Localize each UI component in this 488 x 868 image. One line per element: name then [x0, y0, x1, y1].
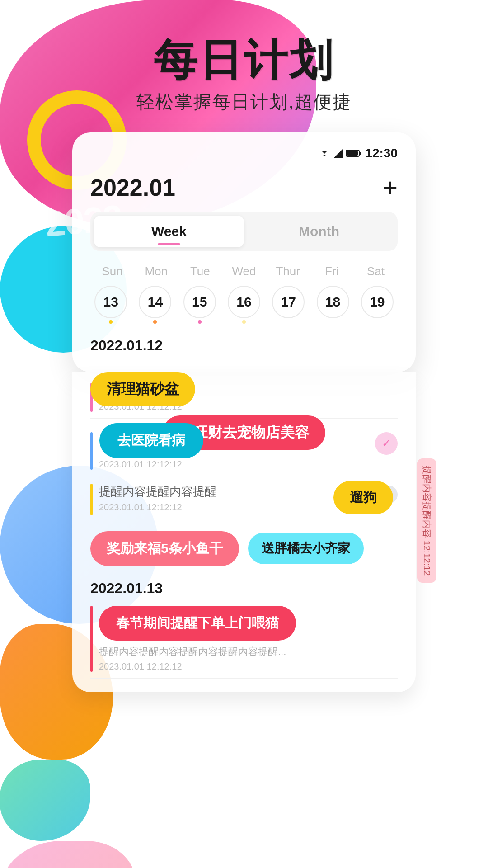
task-list-container: 容提醒内 2023.01.01 12:12:12 清理猫砂盆 带旺财去宠物店美容	[72, 372, 416, 692]
add-task-button[interactable]: +	[383, 175, 398, 200]
header-section: 每日计划 轻松掌握每日计划,超便捷	[0, 27, 488, 128]
day-header-tue: Tue	[178, 264, 222, 278]
day-cell-16[interactable]: 16	[224, 286, 264, 324]
main-content: 每日计划 轻松掌握每日计划,超便捷 2022	[0, 0, 488, 692]
status-bar: 12:30	[90, 146, 398, 165]
tag-liugou[interactable]: 遛狗	[333, 481, 393, 514]
day-cell-17[interactable]: 17	[268, 286, 309, 324]
day-header-sun: Sun	[90, 264, 134, 278]
tag-jiaoyu[interactable]: 奖励来福5条小鱼干	[90, 531, 239, 566]
day-header-sat: Sat	[354, 264, 398, 278]
task-indicator-blue	[90, 432, 93, 470]
day-cell-15[interactable]: 15	[179, 286, 220, 324]
day-header-mon: Mon	[134, 264, 178, 278]
battery-icon	[346, 149, 361, 157]
tag-hospital[interactable]: 去医院看病	[99, 423, 203, 458]
task-3-time: 2023.01.01 12:12:12	[99, 502, 373, 513]
main-card: 12:30 2022.01 + Week Month Sun Mon	[72, 132, 416, 372]
task-3-name: 提醒内容提醒内容提醒	[99, 484, 373, 500]
month-tab[interactable]: Month	[244, 216, 394, 247]
week-tab[interactable]: Week	[94, 216, 244, 247]
day-cells: 13 14 15 16 17 1	[90, 286, 398, 324]
task-group-1: 容提醒内 2023.01.01 12:12:12 清理猫砂盆 带旺财去宠物店美容	[90, 377, 398, 571]
status-icons	[318, 148, 361, 158]
calendar-header: 2022.01 +	[90, 174, 398, 201]
phone-card-area: 2022	[72, 132, 416, 692]
task-5-name: 提醒内容提醒内容提醒内容提醒内容提醒...	[99, 645, 398, 659]
task-4-tags-row: 奖励来福5条小鱼干 送胖橘去小齐家	[90, 531, 398, 566]
right-deco-text: 提醒内容提醒内容 12:12:12	[417, 458, 436, 583]
svg-rect-3	[347, 151, 358, 156]
task-row-5: 春节期间提醒下单上门喂猫 提醒内容提醒内容提醒内容提醒内容提醒... 2023.…	[90, 601, 398, 679]
task-2-tag-container: 去医院看病	[99, 423, 203, 458]
signal-icon	[333, 148, 343, 158]
day-header-wed: Wed	[222, 264, 266, 278]
status-time: 12:30	[365, 146, 398, 160]
group-date-2: 2022.01.13	[90, 580, 398, 597]
bg-blob-green	[0, 760, 90, 841]
task-2-check[interactable]: ✓	[375, 432, 398, 455]
task-5-time: 2023.01.01 12:12:12	[99, 661, 398, 672]
day-cell-19[interactable]: 19	[357, 286, 398, 324]
svg-marker-0	[333, 148, 343, 158]
task-indicator-red	[90, 606, 93, 672]
day-headers: Sun Mon Tue Wed Thur Fri Sat	[90, 264, 398, 278]
task-3-tag-container: 遛狗	[333, 481, 393, 514]
wifi-icon	[318, 148, 331, 158]
day-header-fri: Fri	[310, 264, 354, 278]
task-row-1: 容提醒内 2023.01.01 12:12:12 清理猫砂盆 带旺财去宠物店美容	[90, 377, 398, 419]
dot-13	[109, 320, 113, 324]
tag-chunjiemao[interactable]: 春节期间提醒下单上门喂猫	[99, 606, 296, 641]
task-5-tag-container: 春节期间提醒下单上门喂猫	[99, 606, 398, 641]
svg-rect-2	[359, 152, 361, 155]
view-toggle: Week Month	[90, 212, 398, 251]
app-subtitle: 轻松掌握每日计划,超便捷	[18, 90, 470, 114]
task-row-2: 去医院看病 2023.01.01 12:12:12 ✓	[90, 419, 398, 476]
tag-qingmao[interactable]: 清理猫砂盆	[90, 372, 195, 406]
task-row-3: 提醒内容提醒内容提醒 2023.01.01 12:12:12 遛狗	[90, 476, 398, 522]
active-tab-indicator	[158, 243, 180, 245]
calendar-current-date: 2022.01	[90, 174, 175, 201]
task-2-time: 2023.01.01 12:12:12	[99, 459, 364, 470]
day-cell-13[interactable]: 13	[90, 286, 131, 324]
dot-14	[153, 320, 157, 324]
day-header-thur: Thur	[266, 264, 310, 278]
day-cell-14[interactable]: 14	[135, 286, 175, 324]
bg-blob-pink-bottom	[0, 841, 136, 868]
task-row-4: 奖励来福5条小鱼干 送胖橘去小齐家	[90, 522, 398, 571]
day-cell-18[interactable]: 18	[312, 286, 353, 324]
task-indicator-yellow	[90, 484, 93, 515]
dot-15	[198, 320, 202, 324]
app-title: 每日计划	[18, 36, 470, 84]
selected-date-label: 2022.01.12	[90, 337, 398, 354]
dot-16	[242, 320, 246, 324]
tag-songju[interactable]: 送胖橘去小齐家	[248, 533, 364, 564]
